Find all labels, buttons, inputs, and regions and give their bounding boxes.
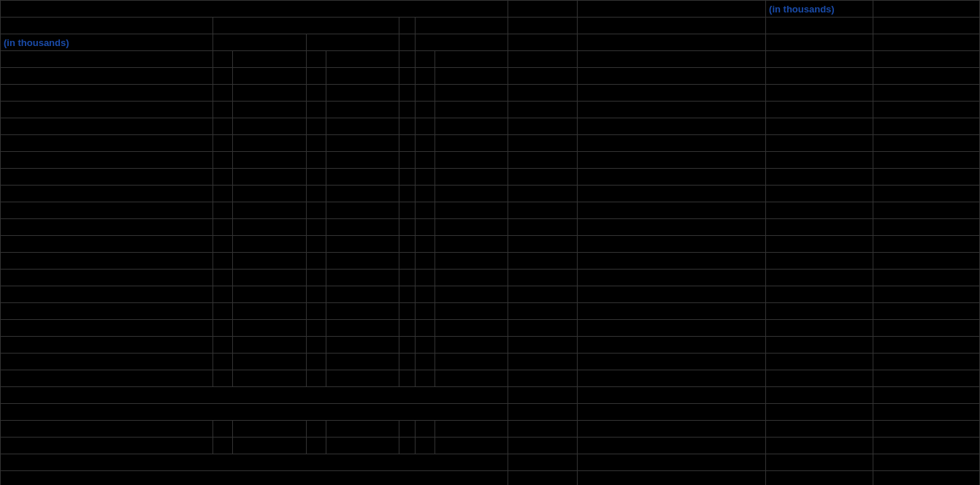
- main-table: Balance Sheet & Related Information as o…: [0, 0, 980, 485]
